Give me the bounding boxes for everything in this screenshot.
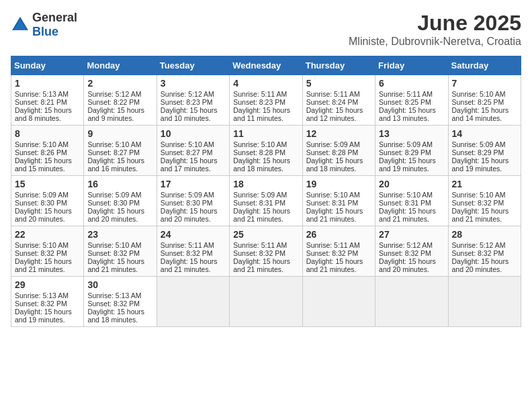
daylight-text: Daylight: 15 hours and 9 minutes.	[87, 106, 144, 122]
calendar-header: SundayMondayTuesdayWednesdayThursdayFrid…	[11, 56, 521, 75]
sunrise-text: Sunrise: 5:11 AM	[233, 241, 287, 249]
day-number: 5	[306, 78, 371, 89]
daylight-text: Daylight: 15 hours and 18 minutes.	[233, 156, 290, 173]
daylight-text: Daylight: 15 hours and 18 minutes.	[306, 156, 363, 173]
page-subtitle: Mliniste, Dubrovnik-Neretva, Croatia	[349, 36, 521, 48]
calendar-cell	[448, 277, 521, 327]
calendar-cell: 4Sunrise: 5:11 AMSunset: 8:23 PMDaylight…	[230, 75, 302, 126]
sunrise-text: Sunrise: 5:12 AM	[379, 241, 433, 249]
sunset-text: Sunset: 8:32 PM	[379, 249, 431, 257]
sunrise-text: Sunrise: 5:09 AM	[379, 140, 433, 148]
day-number: 28	[452, 229, 517, 240]
sunrise-text: Sunrise: 5:12 AM	[87, 90, 141, 98]
sunrise-text: Sunrise: 5:10 AM	[452, 191, 506, 199]
calendar-cell: 24Sunrise: 5:11 AMSunset: 8:32 PMDayligh…	[157, 226, 229, 277]
sunrise-text: Sunrise: 5:10 AM	[161, 140, 214, 148]
calendar-cell: 21Sunrise: 5:10 AMSunset: 8:32 PMDayligh…	[448, 176, 521, 226]
sunset-text: Sunset: 8:32 PM	[161, 249, 213, 257]
header-cell-friday: Friday	[375, 56, 448, 75]
sunset-text: Sunset: 8:24 PM	[306, 98, 359, 106]
sunrise-text: Sunrise: 5:10 AM	[452, 90, 506, 98]
day-number: 22	[15, 229, 80, 240]
sunset-text: Sunset: 8:29 PM	[379, 148, 431, 156]
calendar-week-1: 8Sunrise: 5:10 AMSunset: 8:26 PMDaylight…	[11, 126, 521, 176]
logo-blue-text: Blue	[32, 25, 77, 39]
day-number: 12	[306, 128, 371, 139]
sunset-text: Sunset: 8:32 PM	[87, 249, 140, 257]
day-number: 1	[15, 78, 80, 89]
sunrise-text: Sunrise: 5:10 AM	[233, 140, 287, 148]
header-cell-monday: Monday	[84, 56, 157, 75]
calendar-body: 1Sunrise: 5:13 AMSunset: 8:21 PMDaylight…	[11, 75, 521, 327]
calendar-cell: 7Sunrise: 5:10 AMSunset: 8:25 PMDaylight…	[448, 75, 521, 126]
daylight-text: Daylight: 15 hours and 20 minutes.	[452, 257, 509, 273]
sunset-text: Sunset: 8:32 PM	[452, 199, 504, 207]
sunset-text: Sunset: 8:32 PM	[15, 249, 67, 257]
calendar-week-0: 1Sunrise: 5:13 AMSunset: 8:21 PMDaylight…	[11, 75, 521, 126]
calendar-cell: 15Sunrise: 5:09 AMSunset: 8:30 PMDayligh…	[11, 176, 84, 226]
daylight-text: Daylight: 15 hours and 12 minutes.	[306, 106, 363, 122]
sunset-text: Sunset: 8:31 PM	[233, 199, 285, 207]
calendar-week-3: 22Sunrise: 5:10 AMSunset: 8:32 PMDayligh…	[11, 226, 521, 277]
day-number: 11	[233, 128, 298, 139]
sunrise-text: Sunrise: 5:12 AM	[161, 90, 214, 98]
daylight-text: Daylight: 15 hours and 21 minutes.	[15, 257, 72, 273]
calendar-cell: 20Sunrise: 5:10 AMSunset: 8:31 PMDayligh…	[375, 176, 448, 226]
day-number: 8	[15, 128, 80, 139]
sunrise-text: Sunrise: 5:11 AM	[379, 90, 433, 98]
calendar-week-4: 29Sunrise: 5:13 AMSunset: 8:32 PMDayligh…	[11, 277, 521, 327]
sunset-text: Sunset: 8:23 PM	[233, 98, 285, 106]
calendar-cell: 3Sunrise: 5:12 AMSunset: 8:23 PMDaylight…	[157, 75, 229, 126]
sunset-text: Sunset: 8:26 PM	[15, 148, 67, 156]
header-cell-sunday: Sunday	[11, 56, 84, 75]
day-number: 13	[379, 128, 444, 139]
daylight-text: Daylight: 15 hours and 21 minutes.	[306, 257, 363, 273]
sunset-text: Sunset: 8:28 PM	[306, 148, 359, 156]
calendar-cell: 2Sunrise: 5:12 AMSunset: 8:22 PMDaylight…	[84, 75, 157, 126]
day-number: 2	[87, 78, 152, 89]
calendar-cell: 16Sunrise: 5:09 AMSunset: 8:30 PMDayligh…	[84, 176, 157, 226]
day-number: 15	[15, 179, 80, 189]
header-row: SundayMondayTuesdayWednesdayThursdayFrid…	[11, 56, 521, 75]
calendar-cell: 13Sunrise: 5:09 AMSunset: 8:29 PMDayligh…	[375, 126, 448, 176]
sunset-text: Sunset: 8:30 PM	[161, 199, 213, 207]
sunrise-text: Sunrise: 5:10 AM	[15, 241, 69, 249]
daylight-text: Daylight: 15 hours and 13 minutes.	[379, 106, 436, 122]
daylight-text: Daylight: 15 hours and 20 minutes.	[15, 207, 72, 223]
day-number: 14	[452, 128, 517, 139]
calendar-cell: 5Sunrise: 5:11 AMSunset: 8:24 PMDaylight…	[302, 75, 375, 126]
sunset-text: Sunset: 8:23 PM	[161, 98, 213, 106]
sunrise-text: Sunrise: 5:13 AM	[87, 291, 141, 300]
calendar-cell: 19Sunrise: 5:10 AMSunset: 8:31 PMDayligh…	[302, 176, 375, 226]
calendar-cell: 12Sunrise: 5:09 AMSunset: 8:28 PMDayligh…	[302, 126, 375, 176]
title-area: June 2025 Mliniste, Dubrovnik-Neretva, C…	[349, 11, 521, 48]
sunrise-text: Sunrise: 5:11 AM	[306, 241, 360, 249]
daylight-text: Daylight: 15 hours and 10 minutes.	[161, 106, 218, 122]
day-number: 26	[306, 229, 371, 240]
sunrise-text: Sunrise: 5:11 AM	[233, 90, 287, 98]
day-number: 29	[15, 279, 80, 290]
daylight-text: Daylight: 15 hours and 21 minutes.	[233, 207, 290, 223]
day-number: 7	[452, 78, 517, 89]
day-number: 24	[161, 229, 226, 240]
calendar-cell: 30Sunrise: 5:13 AMSunset: 8:32 PMDayligh…	[84, 277, 157, 327]
calendar-cell: 14Sunrise: 5:09 AMSunset: 8:29 PMDayligh…	[448, 126, 521, 176]
day-number: 6	[379, 78, 444, 89]
sunrise-text: Sunrise: 5:09 AM	[15, 191, 69, 199]
sunrise-text: Sunrise: 5:09 AM	[161, 191, 214, 199]
sunrise-text: Sunrise: 5:10 AM	[379, 191, 433, 199]
daylight-text: Daylight: 15 hours and 14 minutes.	[452, 106, 509, 122]
sunrise-text: Sunrise: 5:10 AM	[15, 140, 69, 148]
sunset-text: Sunset: 8:27 PM	[161, 148, 213, 156]
sunset-text: Sunset: 8:31 PM	[306, 199, 359, 207]
calendar-week-2: 15Sunrise: 5:09 AMSunset: 8:30 PMDayligh…	[11, 176, 521, 226]
daylight-text: Daylight: 15 hours and 8 minutes.	[15, 106, 72, 122]
logo-icon	[11, 15, 30, 34]
sunset-text: Sunset: 8:32 PM	[87, 300, 140, 308]
sunset-text: Sunset: 8:25 PM	[379, 98, 431, 106]
daylight-text: Daylight: 15 hours and 20 minutes.	[379, 257, 436, 273]
sunrise-text: Sunrise: 5:10 AM	[87, 140, 141, 148]
sunrise-text: Sunrise: 5:13 AM	[15, 90, 69, 98]
daylight-text: Daylight: 15 hours and 11 minutes.	[233, 106, 290, 122]
calendar-cell: 23Sunrise: 5:10 AMSunset: 8:32 PMDayligh…	[84, 226, 157, 277]
